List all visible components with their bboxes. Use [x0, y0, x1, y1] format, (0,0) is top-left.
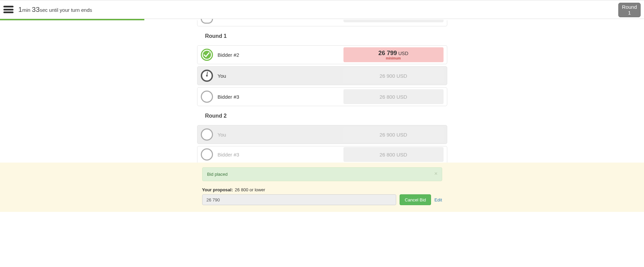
round-badge-value: 1 — [622, 10, 637, 16]
timer-minutes: 1 — [18, 5, 22, 13]
status-circle-icon — [201, 148, 213, 161]
bid-amount: 26 900 USD — [343, 127, 444, 142]
bid-amount: 26 800 USD — [343, 89, 444, 104]
round-heading: Round 2 — [197, 108, 447, 125]
bid-row: You26 900 USD — [197, 125, 447, 144]
bid-row: Bidder #326 800 USD — [197, 146, 447, 163]
bidder-name: Bidder #3 — [218, 94, 319, 100]
cancel-bid-button[interactable]: Cancel Bid — [400, 194, 431, 205]
minimum-label: minimum — [386, 56, 401, 60]
bidder-name: You — [218, 132, 319, 138]
bid-row: Bidder #326 800 USD — [197, 87, 447, 106]
bidder-name: Bidder #2 — [218, 52, 319, 58]
round-badge: Round 1 — [618, 3, 641, 17]
proposal-label-line: Your proposal: 26 800 or lower — [202, 187, 442, 192]
bid-amount: 26 900 USD — [343, 68, 444, 83]
header-bar: 1min 33sec until your turn ends Round 1 — [0, 0, 644, 19]
edit-link[interactable]: Edit — [434, 197, 442, 202]
bids-content: Round 1Bidder #226 799 USDminimumYou26 9… — [197, 20, 447, 163]
menu-icon[interactable] — [3, 6, 14, 13]
round-heading: Round 1 — [197, 28, 447, 45]
turn-timer: 1min 33sec until your turn ends — [18, 5, 92, 14]
previous-card-fragment — [197, 20, 447, 26]
bid-amount: 26 800 USD — [343, 147, 444, 162]
status-circle-icon — [201, 128, 213, 141]
bid-row: You26 900 USD — [197, 66, 447, 85]
status-circle-icon — [201, 19, 213, 24]
bid-footer: Bid placed × Your proposal: 26 800 or lo… — [0, 163, 644, 212]
bid-amount: 26 799 USDminimum — [343, 47, 444, 62]
check-circle-icon — [201, 49, 213, 61]
alert-text: Bid placed — [207, 172, 228, 177]
bid-placed-alert: Bid placed × — [202, 167, 442, 181]
timer-seconds: 33 — [32, 5, 40, 13]
close-icon[interactable]: × — [434, 171, 438, 176]
bid-row: Bidder #226 799 USDminimum — [197, 45, 447, 64]
bidder-name: Bidder #3 — [218, 152, 319, 157]
round-badge-label: Round — [622, 4, 637, 10]
clock-icon — [201, 70, 213, 82]
status-circle-icon — [201, 91, 213, 103]
bidder-name: You — [218, 73, 319, 79]
bid-input: 26 790 — [202, 194, 397, 205]
